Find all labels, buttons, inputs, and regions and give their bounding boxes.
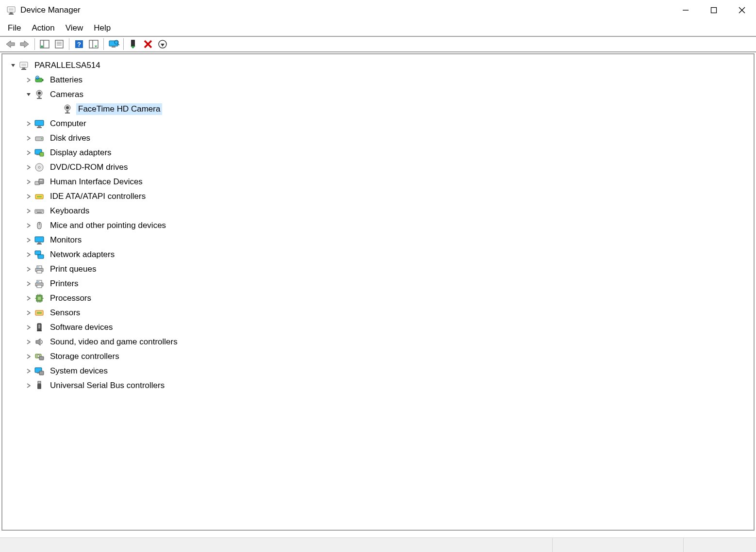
menu-file[interactable]: File <box>5 22 28 34</box>
tree-item-label: Mice and other pointing devices <box>48 220 168 231</box>
chevron-right-icon[interactable] <box>24 337 33 347</box>
svg-rect-62 <box>36 211 37 211</box>
minimize-button[interactable] <box>672 0 700 20</box>
menu-view[interactable]: View <box>63 22 90 34</box>
chevron-right-icon[interactable] <box>24 162 33 172</box>
tree-item-system-devices[interactable]: System devices <box>5 364 751 378</box>
chevron-right-icon[interactable] <box>24 250 33 260</box>
chevron-down-icon[interactable] <box>24 90 33 99</box>
status-cell <box>552 538 683 552</box>
tree-item-sensors[interactable]: Sensors <box>5 306 751 320</box>
back-button[interactable] <box>3 38 17 50</box>
svg-rect-1 <box>9 8 14 11</box>
tree-item-label: Batteries <box>48 74 84 86</box>
tree-item-label: Print queues <box>48 263 98 275</box>
tree-item-keyboards[interactable]: Keyboards <box>5 204 751 218</box>
tree-item-usb[interactable]: Universal Serial Bus controllers <box>5 378 751 393</box>
tree-item-storage[interactable]: Storage controllers <box>5 349 751 364</box>
display-adapter-icon <box>33 147 45 159</box>
device-tree[interactable]: PARALLELSA514 Batteries <box>1 53 755 531</box>
chevron-right-icon[interactable] <box>24 279 33 289</box>
chevron-right-icon[interactable] <box>24 177 33 187</box>
svg-rect-67 <box>37 212 42 213</box>
chevron-right-icon[interactable] <box>24 308 33 318</box>
chevron-right-icon[interactable] <box>24 323 33 332</box>
tree-item-sound[interactable]: Sound, video and game controllers <box>5 335 751 349</box>
chevron-right-icon[interactable] <box>24 221 33 230</box>
menu-action[interactable]: Action <box>29 22 61 34</box>
tree-root-label: PARALLELSA514 <box>33 60 102 71</box>
chevron-right-icon[interactable] <box>24 366 33 376</box>
keyboard-icon <box>33 205 45 217</box>
update-driver-button[interactable] <box>106 38 121 50</box>
tree-item-label: Printers <box>48 278 81 290</box>
system-device-icon <box>33 365 45 377</box>
svg-rect-44 <box>65 113 70 114</box>
menu-help[interactable]: Help <box>91 22 117 34</box>
chevron-right-icon[interactable] <box>24 75 33 85</box>
chevron-right-icon[interactable] <box>24 206 33 216</box>
properties-button[interactable] <box>52 38 66 50</box>
tree-item-printers[interactable]: Printers <box>5 276 751 291</box>
chevron-down-icon[interactable] <box>8 61 18 70</box>
tree-item-network[interactable]: Network adapters <box>5 247 751 262</box>
disable-device-button[interactable] <box>155 38 170 50</box>
tree-item-hid[interactable]: Human Interface Devices <box>5 175 751 189</box>
close-button[interactable] <box>728 0 756 20</box>
chevron-right-icon[interactable] <box>24 352 33 361</box>
monitor-icon <box>33 234 45 246</box>
svg-rect-35 <box>42 79 44 81</box>
tree-root[interactable]: PARALLELSA514 <box>5 58 751 73</box>
tree-item-processors[interactable]: Processors <box>5 291 751 306</box>
speaker-icon <box>33 336 45 348</box>
disk-icon <box>33 132 45 144</box>
chevron-right-icon[interactable] <box>24 235 33 245</box>
tree-item-display-adapters[interactable]: Display adapters <box>5 146 751 160</box>
svg-rect-32 <box>22 67 25 69</box>
chevron-right-icon[interactable] <box>24 264 33 274</box>
scan-hardware-button[interactable] <box>86 38 101 50</box>
forward-button[interactable] <box>17 38 32 50</box>
tree-item-label: Sensors <box>48 307 82 319</box>
svg-marker-25 <box>131 46 135 49</box>
tree-item-ide[interactable]: IDE ATA/ATAPI controllers <box>5 189 751 204</box>
camera-icon <box>33 89 45 100</box>
tree-item-computer[interactable]: Computer <box>5 116 751 131</box>
svg-rect-73 <box>35 251 41 255</box>
svg-point-49 <box>41 138 42 139</box>
network-icon <box>33 249 45 260</box>
tree-item-monitors[interactable]: Monitors <box>5 233 751 247</box>
maximize-button[interactable] <box>700 0 728 20</box>
tree-item-mice[interactable]: Mice and other pointing devices <box>5 218 751 233</box>
sensor-icon <box>33 307 45 319</box>
svg-rect-64 <box>39 211 40 211</box>
tree-item-facetime-camera[interactable]: FaceTime HD Camera <box>5 102 751 116</box>
software-device-icon <box>33 322 45 333</box>
chevron-right-icon[interactable] <box>24 192 33 201</box>
ide-controller-icon <box>33 191 45 202</box>
tree-item-disk-drives[interactable]: Disk drives <box>5 131 751 146</box>
chevron-right-icon[interactable] <box>24 133 33 143</box>
printer-icon <box>33 263 45 275</box>
chevron-right-icon[interactable] <box>24 293 33 303</box>
toolbar-separator <box>103 38 104 50</box>
tree-item-dvd[interactable]: DVD/CD-ROM drives <box>5 160 751 175</box>
tree-item-label: Human Interface Devices <box>48 176 145 188</box>
tree-item-label: Computer <box>48 118 88 130</box>
enable-device-button[interactable] <box>126 38 141 50</box>
chevron-right-icon[interactable] <box>24 148 33 158</box>
svg-rect-39 <box>38 96 40 98</box>
svg-point-42 <box>66 106 69 109</box>
tree-item-print-queues[interactable]: Print queues <box>5 262 751 276</box>
svg-rect-40 <box>37 98 42 99</box>
tree-item-batteries[interactable]: Batteries <box>5 73 751 87</box>
tree-item-cameras[interactable]: Cameras <box>5 87 751 102</box>
chevron-right-icon[interactable] <box>24 119 33 129</box>
tree-item-software-devices[interactable]: Software devices <box>5 320 751 335</box>
svg-rect-65 <box>40 211 41 211</box>
chevron-right-icon[interactable] <box>24 381 33 390</box>
uninstall-device-button[interactable] <box>141 38 155 50</box>
camera-icon <box>62 103 73 115</box>
help-button[interactable]: ? <box>72 38 86 50</box>
show-hide-tree-button[interactable] <box>37 38 52 50</box>
